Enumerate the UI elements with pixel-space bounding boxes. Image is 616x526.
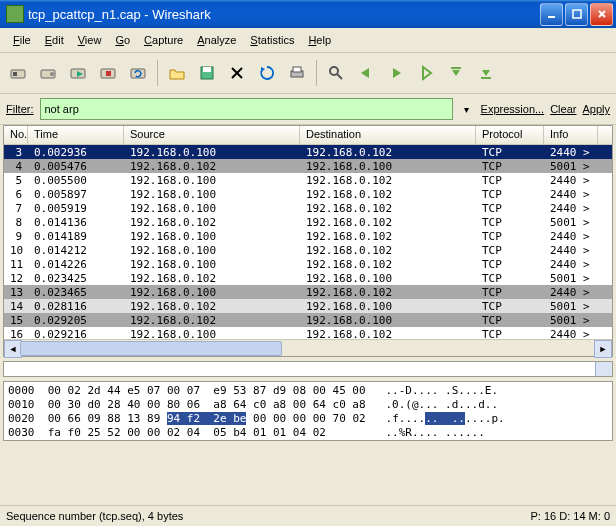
table-row[interactable]: 40.005476192.168.0.102192.168.0.100TCP50… bbox=[4, 159, 612, 173]
clear-button[interactable]: Clear bbox=[550, 103, 576, 115]
svg-rect-5 bbox=[13, 72, 17, 76]
go-last-icon[interactable] bbox=[472, 59, 500, 87]
svg-marker-27 bbox=[482, 70, 490, 76]
table-row[interactable]: 120.023425192.168.0.102192.168.0.100TCP5… bbox=[4, 271, 612, 285]
table-row[interactable]: 160.029216192.168.0.100192.168.0.102TCP2… bbox=[4, 327, 612, 339]
table-row[interactable]: 60.005897192.168.0.100192.168.0.102TCP24… bbox=[4, 187, 612, 201]
table-row[interactable]: 130.023465192.168.0.100192.168.0.102TCP2… bbox=[4, 285, 612, 299]
go-back-icon[interactable] bbox=[352, 59, 380, 87]
menu-edit[interactable]: Edit bbox=[38, 32, 71, 48]
svg-line-21 bbox=[337, 74, 342, 79]
table-row[interactable]: 150.029205192.168.0.102192.168.0.100TCP5… bbox=[4, 313, 612, 327]
hex-line[interactable]: 0010 00 30 d0 28 40 00 80 06 a8 64 c0 a8… bbox=[8, 398, 610, 412]
svg-rect-0 bbox=[548, 16, 555, 18]
menubar: FileEditViewGoCaptureAnalyzeStatisticsHe… bbox=[0, 28, 616, 53]
hex-line[interactable]: 0030 fa f0 25 52 00 00 02 04 05 b4 01 01… bbox=[8, 426, 610, 440]
titlebar: tcp_pcattcp_n1.cap - Wireshark bbox=[0, 0, 616, 28]
filter-bar: Filter: ▾ Expression... Clear Apply bbox=[0, 94, 616, 125]
col-source[interactable]: Source bbox=[124, 126, 300, 144]
packet-list: No.TimeSourceDestinationProtocolInfo 30.… bbox=[3, 125, 613, 357]
menu-file[interactable]: File bbox=[6, 32, 38, 48]
col-destination[interactable]: Destination bbox=[300, 126, 476, 144]
svg-rect-19 bbox=[293, 67, 301, 72]
menu-analyze[interactable]: Analyze bbox=[190, 32, 243, 48]
close-button[interactable] bbox=[590, 3, 613, 26]
menu-help[interactable]: Help bbox=[301, 32, 338, 48]
capture-start-icon[interactable] bbox=[64, 59, 92, 87]
app-icon bbox=[6, 5, 24, 23]
bytes-pane[interactable]: 0000 00 02 2d 44 e5 07 00 07 e9 53 87 d9… bbox=[3, 381, 613, 441]
open-icon[interactable] bbox=[163, 59, 191, 87]
svg-point-7 bbox=[50, 72, 54, 76]
scroll-thumb[interactable] bbox=[20, 341, 282, 356]
hscrollbar[interactable]: ◄ ► bbox=[4, 339, 612, 356]
hex-line[interactable]: 0020 00 66 09 88 13 89 94 f2 2e be 00 00… bbox=[8, 412, 610, 426]
table-row[interactable]: 80.014136192.168.0.102192.168.0.102TCP50… bbox=[4, 215, 612, 229]
hex-line[interactable]: 0000 00 02 2d 44 e5 07 00 07 e9 53 87 d9… bbox=[8, 384, 610, 398]
capture-restart-icon[interactable] bbox=[124, 59, 152, 87]
filter-dropdown-icon[interactable]: ▾ bbox=[459, 99, 475, 119]
options-icon[interactable] bbox=[34, 59, 62, 87]
svg-marker-24 bbox=[423, 67, 431, 79]
table-row[interactable]: 140.028116192.168.0.102192.168.0.100TCP5… bbox=[4, 299, 612, 313]
menu-capture[interactable]: Capture bbox=[137, 32, 190, 48]
svg-marker-23 bbox=[393, 68, 401, 78]
close-file-icon[interactable] bbox=[223, 59, 251, 87]
menu-statistics[interactable]: Statistics bbox=[243, 32, 301, 48]
minimize-button[interactable] bbox=[540, 3, 563, 26]
svg-rect-1 bbox=[573, 10, 581, 18]
status-right: P: 16 D: 14 M: 0 bbox=[531, 510, 610, 522]
go-first-icon[interactable] bbox=[442, 59, 470, 87]
capture-stop-icon[interactable] bbox=[94, 59, 122, 87]
table-row[interactable]: 90.014189192.168.0.100192.168.0.102TCP24… bbox=[4, 229, 612, 243]
filter-input[interactable] bbox=[40, 98, 453, 120]
column-headers: No.TimeSourceDestinationProtocolInfo bbox=[4, 126, 612, 145]
svg-marker-22 bbox=[361, 68, 369, 78]
print-icon[interactable] bbox=[283, 59, 311, 87]
window-title: tcp_pcattcp_n1.cap - Wireshark bbox=[28, 7, 540, 22]
scroll-right-icon[interactable]: ► bbox=[594, 340, 612, 358]
table-row[interactable]: 110.014226192.168.0.100192.168.0.102TCP2… bbox=[4, 257, 612, 271]
col-info[interactable]: Info bbox=[544, 126, 598, 144]
toolbar-separator bbox=[157, 60, 158, 86]
svg-point-20 bbox=[330, 67, 338, 75]
expression-button[interactable]: Expression... bbox=[481, 103, 545, 115]
svg-rect-11 bbox=[106, 71, 111, 76]
status-left: Sequence number (tcp.seq), 4 bytes bbox=[6, 510, 531, 522]
interfaces-icon[interactable] bbox=[4, 59, 32, 87]
svg-marker-17 bbox=[261, 67, 265, 72]
col-no[interactable]: No. bbox=[4, 126, 28, 144]
col-time[interactable]: Time bbox=[28, 126, 124, 144]
menu-view[interactable]: View bbox=[71, 32, 109, 48]
filter-label: Filter: bbox=[6, 103, 34, 115]
go-to-icon[interactable] bbox=[412, 59, 440, 87]
find-icon[interactable] bbox=[322, 59, 350, 87]
col-protocol[interactable]: Protocol bbox=[476, 126, 544, 144]
toolbar-separator bbox=[316, 60, 317, 86]
svg-rect-14 bbox=[203, 67, 211, 72]
svg-marker-26 bbox=[452, 70, 460, 76]
detail-pane[interactable] bbox=[3, 361, 613, 377]
statusbar: Sequence number (tcp.seq), 4 bytes P: 16… bbox=[0, 505, 616, 526]
toolbar bbox=[0, 53, 616, 94]
maximize-button[interactable] bbox=[565, 3, 588, 26]
table-row[interactable]: 100.014212192.168.0.100192.168.0.102TCP2… bbox=[4, 243, 612, 257]
menu-go[interactable]: Go bbox=[108, 32, 137, 48]
apply-button[interactable]: Apply bbox=[582, 103, 610, 115]
table-row[interactable]: 70.005919192.168.0.100192.168.0.102TCP24… bbox=[4, 201, 612, 215]
reload-icon[interactable] bbox=[253, 59, 281, 87]
save-icon[interactable] bbox=[193, 59, 221, 87]
vscrollbar[interactable] bbox=[595, 362, 612, 376]
table-row[interactable]: 50.005500192.168.0.100192.168.0.102TCP24… bbox=[4, 173, 612, 187]
table-row[interactable]: 30.002936192.168.0.100192.168.0.102TCP24… bbox=[4, 145, 612, 159]
go-forward-icon[interactable] bbox=[382, 59, 410, 87]
